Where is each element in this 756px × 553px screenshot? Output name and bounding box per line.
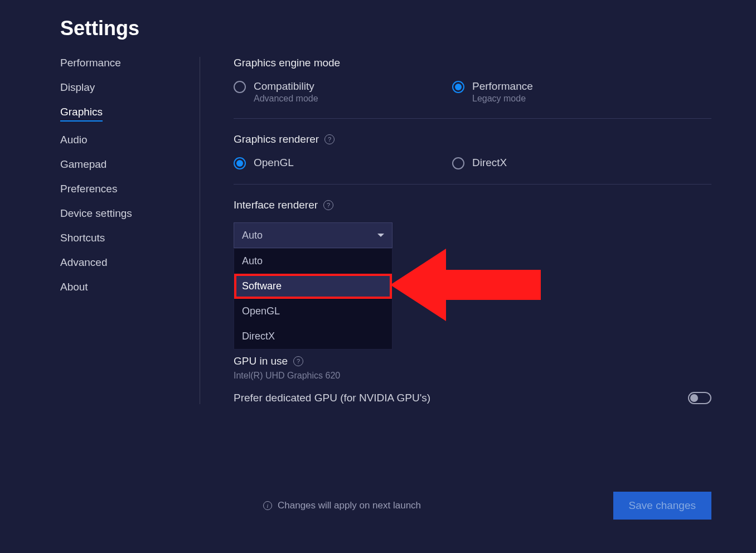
- help-icon[interactable]: ?: [324, 134, 335, 144]
- sidebar-item-audio[interactable]: Audio: [60, 134, 88, 146]
- annotation-arrow-icon: [390, 243, 546, 327]
- dropdown-option-directx[interactable]: DirectX: [234, 324, 392, 349]
- gpu-title-text: GPU in use: [234, 355, 288, 367]
- interface-renderer-title: Interface renderer ?: [234, 199, 711, 211]
- sidebar-item-advanced[interactable]: Advanced: [60, 256, 108, 269]
- gpu-in-use-value: Intel(R) UHD Graphics 620: [234, 371, 711, 381]
- gpu-in-use-title: GPU in use ?: [234, 355, 711, 367]
- settings-main: Graphics engine mode Compatibility Advan…: [234, 57, 756, 404]
- svg-marker-0: [390, 249, 541, 321]
- sidebar-item-preferences[interactable]: Preferences: [60, 183, 117, 195]
- sidebar-item-performance[interactable]: Performance: [60, 57, 121, 69]
- radio-icon: [452, 157, 464, 169]
- radio-icon: [452, 81, 464, 93]
- engine-mode-compatibility[interactable]: Compatibility Advanced mode: [234, 80, 452, 104]
- renderer-title: Graphics renderer ?: [234, 133, 711, 145]
- radio-label: Compatibility: [254, 80, 318, 93]
- settings-sidebar: Performance Display Graphics Audio Gamep…: [60, 57, 200, 404]
- radio-sublabel: Legacy mode: [472, 94, 533, 104]
- help-icon[interactable]: ?: [323, 200, 333, 210]
- dropdown-selected-value: Auto: [242, 230, 263, 241]
- renderer-title-text: Graphics renderer: [234, 133, 319, 145]
- engine-mode-title-text: Graphics engine mode: [234, 57, 340, 69]
- notice-text: Changes will apply on next launch: [278, 500, 421, 511]
- vertical-divider: [200, 57, 200, 404]
- interface-renderer-dropdown[interactable]: Auto: [234, 222, 392, 248]
- sidebar-item-about[interactable]: About: [60, 281, 88, 293]
- dropdown-option-opengl[interactable]: OpenGL: [234, 299, 392, 324]
- radio-icon: [234, 157, 246, 169]
- dropdown-option-auto[interactable]: Auto: [234, 249, 392, 274]
- sidebar-item-device-settings[interactable]: Device settings: [60, 207, 132, 220]
- engine-mode-performance[interactable]: Performance Legacy mode: [452, 80, 671, 104]
- dropdown-option-software[interactable]: Software: [234, 274, 392, 299]
- engine-mode-title: Graphics engine mode: [234, 57, 711, 69]
- sidebar-item-display[interactable]: Display: [60, 81, 95, 94]
- info-icon: i: [263, 501, 272, 510]
- prefer-dedicated-gpu-toggle[interactable]: [688, 392, 711, 404]
- renderer-opengl[interactable]: OpenGL: [234, 157, 452, 169]
- apply-on-next-launch-notice: i Changes will apply on next launch: [263, 500, 421, 511]
- radio-label: OpenGL: [254, 157, 294, 169]
- prefer-dedicated-gpu-label: Prefer dedicated GPU (for NVIDIA GPU's): [234, 392, 430, 404]
- interface-renderer-title-text: Interface renderer: [234, 199, 318, 211]
- interface-renderer-dropdown-list: Auto Software OpenGL DirectX: [234, 248, 392, 350]
- radio-label: DirectX: [472, 157, 507, 169]
- help-icon[interactable]: ?: [293, 356, 303, 366]
- save-changes-button[interactable]: Save changes: [613, 492, 711, 520]
- sidebar-item-graphics[interactable]: Graphics: [60, 106, 103, 122]
- page-title: Settings: [0, 0, 756, 40]
- chevron-down-icon: [377, 234, 384, 237]
- sidebar-item-shortcuts[interactable]: Shortcuts: [60, 232, 105, 244]
- sidebar-item-gamepad[interactable]: Gamepad: [60, 158, 106, 171]
- radio-sublabel: Advanced mode: [254, 94, 318, 104]
- divider: [234, 184, 711, 185]
- renderer-directx[interactable]: DirectX: [452, 157, 671, 169]
- divider: [234, 118, 711, 119]
- radio-icon: [234, 81, 246, 93]
- radio-label: Performance: [472, 80, 533, 93]
